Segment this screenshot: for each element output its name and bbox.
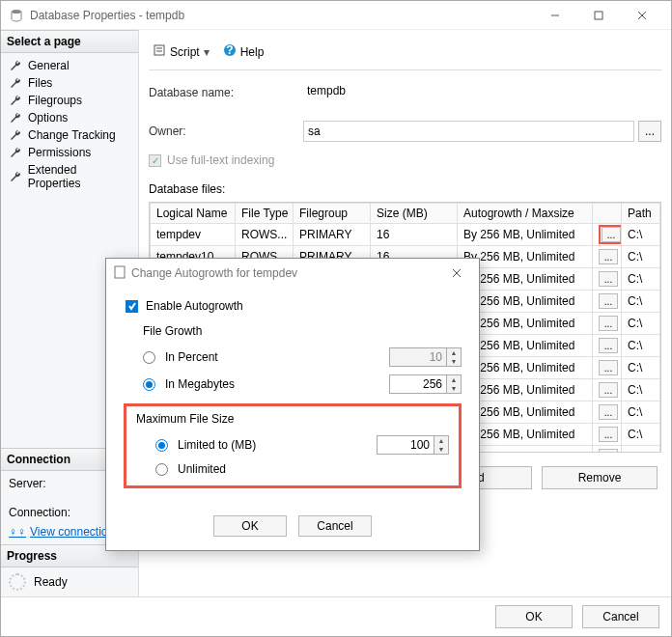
window-title: Database Properties - tempdb [30,9,533,22]
help-button[interactable]: ? Help [219,42,268,62]
autogrowth-edit-button[interactable]: ... [599,293,618,309]
radio-icon [143,378,155,391]
dialog-footer: OK Cancel [1,596,671,636]
wrench-icon [9,111,22,125]
progress-status: Ready [34,575,68,589]
help-icon: ? [223,43,237,60]
spin-up-icon[interactable]: ▲ [434,436,448,445]
progress-spinner-icon [9,573,26,591]
file-icon [114,265,126,282]
owner-label: Owner: [149,125,303,138]
select-page-header: Select a page [1,30,138,53]
ok-button[interactable]: OK [495,605,573,628]
svg-rect-2 [595,12,602,19]
autogrowth-edit-button[interactable]: ... [599,449,618,453]
growth-percent-radio[interactable]: In Percent ▲▼ [143,344,462,371]
spin-down-icon[interactable]: ▼ [447,357,461,366]
spin-up-icon[interactable]: ▲ [447,375,461,384]
autogrowth-edit-button[interactable]: ... [602,227,621,242]
dialog-ok-button[interactable]: OK [213,515,287,537]
nav-item-files[interactable]: Files [5,74,134,92]
autogrowth-edit-button[interactable]: ... [599,360,618,375]
dialog-title: Change Autogrowth for tempdev [131,266,297,280]
dbname-label: Database name: [149,86,303,99]
radio-icon [143,351,155,364]
minimize-button[interactable] [533,2,576,29]
wrench-icon [9,76,22,90]
script-icon [153,43,166,60]
maximize-button[interactable] [576,2,620,29]
limited-radio[interactable]: Limited to (MB) ▲▼ [155,431,449,458]
script-button[interactable]: Script ▾ [149,42,213,62]
column-header[interactable]: Size (MB) [371,204,458,224]
close-button[interactable] [620,2,663,29]
wrench-icon [9,59,22,72]
connection-icon: ♀♀ [9,525,26,539]
wrench-icon [9,128,22,142]
autogrowth-edit-button[interactable]: ... [599,427,618,442]
nav-item-change-tracking[interactable]: Change Tracking [5,126,134,144]
nav-item-options[interactable]: Options [5,109,134,126]
autogrowth-edit-button[interactable]: ... [599,271,618,287]
autogrowth-edit-button[interactable]: ... [599,382,618,398]
titlebar: Database Properties - tempdb [1,1,671,30]
nav-item-extended-properties[interactable]: Extended Properties [5,161,134,192]
remove-button[interactable]: Remove [542,466,658,489]
column-header[interactable]: Logical Name [151,204,236,224]
svg-rect-5 [154,45,164,55]
autogrowth-edit-button[interactable]: ... [599,316,618,331]
column-header[interactable]: Path [622,204,660,224]
max-size-group: Maximum File Size Limited to (MB) ▲▼ Unl [124,403,462,488]
wrench-icon [9,94,22,107]
spin-down-icon[interactable]: ▼ [447,384,461,393]
growth-mb-radio[interactable]: In Megabytes ▲▼ [143,371,462,398]
file-growth-header: File Growth [143,324,462,338]
autogrowth-edit-button[interactable]: ... [599,404,618,420]
owner-browse-button[interactable]: ... [638,121,661,142]
radio-icon [155,463,168,476]
max-size-header: Maximum File Size [136,412,449,426]
dbfiles-label: Database files: [149,182,661,196]
dbname-value: tempdb [303,82,661,103]
nav-item-general[interactable]: General [5,57,134,74]
enable-autogrowth-checkbox[interactable]: Enable Autogrowth [126,299,462,313]
autogrowth-edit-button[interactable]: ... [599,249,618,264]
column-header[interactable]: Autogrowth / Maxsize [458,204,593,224]
svg-point-0 [12,10,21,14]
table-row[interactable]: tempdevROWS...PRIMARY16By 256 MB, Unlimi… [151,224,660,246]
check-icon [126,300,138,313]
spin-down-icon[interactable]: ▼ [434,445,448,454]
cancel-button[interactable]: Cancel [582,605,659,628]
wrench-icon [9,170,22,183]
column-header[interactable]: Filegroup [294,204,371,224]
wrench-icon [9,146,22,159]
fulltext-checkbox: ✓ Use full-text indexing [149,153,661,167]
main-window: Database Properties - tempdb Select a pa… [0,0,672,637]
dialog-close-button[interactable] [442,261,471,286]
autogrowth-edit-button[interactable]: ... [599,338,618,353]
nav-item-permissions[interactable]: Permissions [5,144,134,161]
svg-text:?: ? [226,43,233,57]
owner-input[interactable] [303,121,634,142]
limited-spinner[interactable]: ▲▼ [377,435,449,455]
toolbar: Script ▾ ? Help [149,38,661,70]
mb-spinner[interactable]: ▲▼ [389,374,462,394]
chevron-down-icon: ▾ [204,45,210,59]
autogrowth-dialog: Change Autogrowth for tempdev Enable Aut… [105,258,480,551]
percent-spinner[interactable]: ▲▼ [389,347,462,367]
unlimited-radio[interactable]: Unlimited [155,458,449,480]
dialog-cancel-button[interactable]: Cancel [298,515,372,537]
database-icon [9,8,24,23]
column-header[interactable] [593,204,622,224]
nav-item-filegroups[interactable]: Filegroups [5,92,134,109]
radio-icon [155,439,168,452]
svg-rect-10 [115,266,125,278]
column-header[interactable]: File Type [236,204,294,224]
spin-up-icon[interactable]: ▲ [447,348,461,357]
check-icon: ✓ [149,154,161,167]
